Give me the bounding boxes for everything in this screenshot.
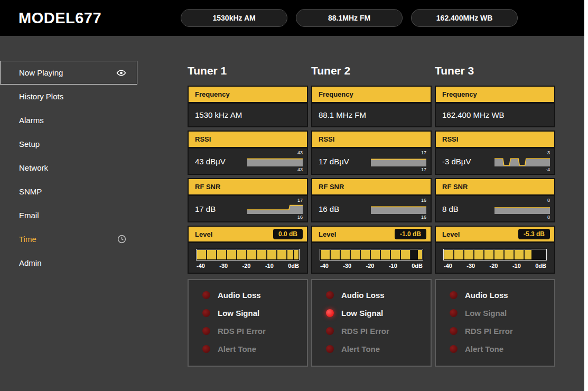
rf-snr-value: 8 dB — [442, 204, 459, 213]
sidebar-nav: Now Playing History Plots Alarms Setup N… — [0, 36, 137, 367]
alarm-row-alert-tone: Alert Tone — [326, 345, 425, 353]
rssi-min: 43 — [297, 167, 303, 172]
sidebar-item-label: Time — [19, 235, 36, 244]
frequency-label: Frequency — [195, 90, 230, 98]
sidebar-item-admin[interactable]: Admin — [0, 251, 137, 275]
alarm-led — [450, 345, 458, 353]
level-label: Level — [319, 230, 336, 238]
alarm-led — [450, 309, 458, 317]
sidebar-item-time[interactable]: Time — [0, 227, 137, 251]
level-badge: -1.0 dB — [395, 229, 426, 239]
level-label: Level — [195, 230, 212, 238]
rssi-value: -3 dBµV — [442, 157, 471, 166]
alarm-led — [326, 291, 334, 299]
frequency-panel: Frequency 1530 kHz AM — [188, 86, 308, 127]
alarm-led — [326, 309, 334, 317]
sidebar-item-alarms[interactable]: Alarms — [0, 108, 137, 132]
alarm-led — [202, 327, 210, 335]
rssi-panel: RSSI -3 dBµV -3 -4 — [435, 131, 555, 175]
preset-button-group: 1530kHz AM 88.1MHz FM 162.400MHz WB — [181, 9, 518, 27]
rf-snr-label: RF SNR — [319, 183, 344, 191]
level-badge: -5.3 dB — [518, 229, 550, 239]
level-panel: Level -1.0 dB -40-30-20-100dB — [311, 226, 432, 274]
preset-button-am[interactable]: 1530kHz AM — [181, 9, 287, 27]
sidebar-item-setup[interactable]: Setup — [0, 132, 137, 156]
alarm-status-panel: Audio Loss Low Signal RDS PI Error Alert… — [435, 279, 555, 367]
rssi-label: RSSI — [319, 135, 334, 143]
alarm-led — [202, 309, 210, 317]
sidebar-item-label: Email — [19, 211, 39, 220]
frequency-value: 1530 kHz AM — [195, 110, 242, 119]
alarm-status-panel: Audio Loss Low Signal RDS PI Error Alert… — [311, 279, 432, 367]
frequency-value: 162.400 MHz WB — [442, 110, 505, 119]
sidebar-item-label: Admin — [19, 258, 42, 267]
tuner-title: Tuner 1 — [188, 64, 308, 77]
level-meter — [443, 249, 547, 260]
rssi-label: RSSI — [195, 135, 211, 143]
alarm-led — [326, 327, 334, 335]
sidebar-item-label: Setup — [19, 139, 40, 148]
rssi-max: 43 — [297, 150, 303, 155]
sidebar-item-history-plots[interactable]: History Plots — [0, 85, 137, 108]
sidebar-item-network[interactable]: Network — [0, 156, 137, 180]
alarm-row-alert-tone: Alert Tone — [450, 345, 549, 353]
tuner-title: Tuner 2 — [311, 64, 432, 77]
rssi-sparkline: 17 17 — [371, 150, 426, 172]
rssi-value: 43 dBµV — [195, 157, 226, 166]
alarm-row-alert-tone: Alert Tone — [202, 345, 302, 353]
rssi-sparkline: -3 -4 — [494, 150, 550, 172]
rf-snr-value: 16 dB — [319, 204, 339, 213]
rf-snr-sparkline: 16 16 — [371, 198, 426, 220]
alarm-led — [326, 345, 334, 353]
rssi-value: 17 dBµV — [319, 157, 349, 166]
level-label: Level — [442, 230, 460, 238]
frequency-label: Frequency — [442, 90, 477, 98]
level-panel: Level 0.0 dB -40-30-20-100dB — [188, 226, 308, 274]
snr-min: 16 — [297, 215, 303, 220]
alarm-row-audio-loss: Audio Loss — [450, 291, 549, 300]
rf-snr-sparkline: 17 16 — [247, 198, 303, 220]
preset-button-wb[interactable]: 162.400MHz WB — [411, 9, 518, 27]
sidebar-item-snmp[interactable]: SNMP — [0, 180, 137, 203]
sidebar-item-now-playing[interactable]: Now Playing — [0, 61, 137, 85]
alarm-row-low-signal: Low Signal — [202, 309, 302, 318]
preset-button-fm[interactable]: 88.1MHz FM — [296, 9, 403, 27]
sidebar-item-label: SNMP — [19, 187, 42, 196]
rssi-panel: RSSI 43 dBµV 43 43 — [188, 131, 308, 175]
snr-max: 8 — [547, 198, 550, 203]
rf-snr-panel: RF SNR 17 dB 17 16 — [188, 178, 308, 222]
frequency-panel: Frequency 88.1 MHz FM — [311, 86, 432, 127]
alarm-row-rds-pi-error: RDS PI Error — [450, 327, 549, 336]
rf-snr-label: RF SNR — [442, 183, 468, 191]
frequency-label: Frequency — [319, 90, 353, 98]
level-meter — [320, 249, 423, 260]
alarm-row-audio-loss: Audio Loss — [202, 291, 302, 300]
tuner-3-column: Tuner 3 Frequency 162.400 MHz WB RSSI -3… — [435, 64, 555, 367]
rssi-sparkline: 43 43 — [247, 150, 303, 172]
sidebar-item-email[interactable]: Email — [0, 203, 137, 227]
snr-min: 16 — [421, 215, 426, 220]
level-meter — [196, 249, 300, 260]
level-scale: -40-30-20-100dB — [196, 263, 300, 269]
alarm-led — [202, 291, 210, 299]
rssi-label: RSSI — [442, 135, 458, 143]
sidebar-item-label: Alarms — [19, 116, 44, 125]
alarm-row-rds-pi-error: RDS PI Error — [326, 327, 425, 336]
sidebar-item-label: Now Playing — [19, 68, 63, 77]
rssi-max: 17 — [421, 150, 426, 155]
rssi-min: -4 — [546, 167, 550, 172]
snr-max: 17 — [297, 198, 303, 203]
tuner-2-column: Tuner 2 Frequency 88.1 MHz FM RSSI 17 dB… — [311, 64, 432, 367]
level-scale: -40-30-20-100dB — [443, 263, 547, 269]
rf-snr-sparkline: 8 8 — [494, 198, 550, 220]
rf-snr-label: RF SNR — [195, 183, 220, 191]
alarm-led — [450, 327, 458, 335]
alarm-row-audio-loss: Audio Loss — [326, 291, 425, 300]
eye-icon — [116, 70, 126, 76]
level-badge: 0.0 dB — [273, 229, 303, 239]
frequency-panel: Frequency 162.400 MHz WB — [435, 86, 555, 127]
level-scale: -40-30-20-100dB — [320, 263, 423, 269]
rssi-max: -3 — [546, 150, 550, 155]
app-window: MODEL677 1530kHz AM 88.1MHz FM 162.400MH… — [0, 0, 584, 391]
tuner-1-column: Tuner 1 Frequency 1530 kHz AM RSSI 43 dB… — [188, 64, 308, 367]
